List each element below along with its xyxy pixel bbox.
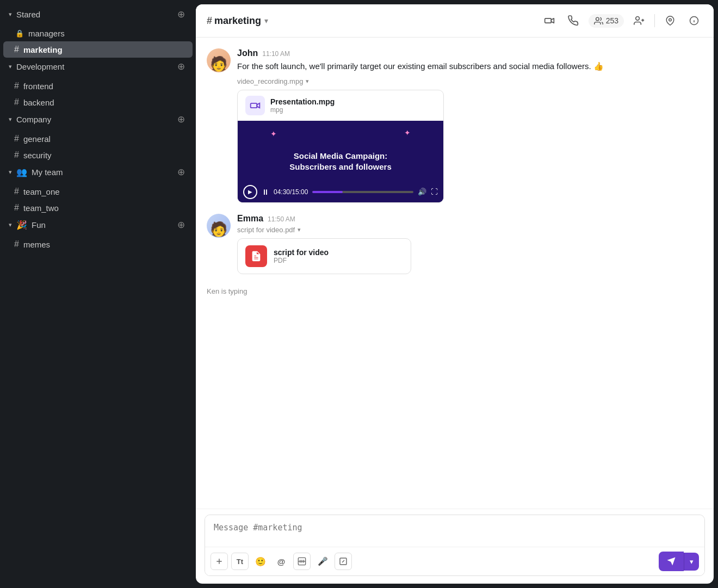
channel-dropdown-icon[interactable]: ▾ bbox=[264, 16, 268, 25]
typing-indicator: Ken is typing bbox=[207, 285, 703, 298]
pdf-attachment-label[interactable]: script for video.pdf ▾ bbox=[237, 226, 703, 234]
company-add-icon[interactable]: ⊕ bbox=[177, 114, 185, 125]
pdf-filetype: PDF bbox=[274, 257, 329, 264]
video-attachment-chevron-icon: ▾ bbox=[306, 78, 309, 85]
sidebar-item-security[interactable]: # security bbox=[3, 147, 193, 163]
sidebar-item-team-two[interactable]: # team_two bbox=[3, 200, 193, 216]
sidebar-item-managers[interactable]: 🔒 managers bbox=[3, 26, 193, 41]
send-dropdown-button[interactable]: ▾ bbox=[684, 553, 699, 571]
phone-call-button[interactable] bbox=[565, 12, 582, 29]
myteam-emoji-icon: 👥 bbox=[16, 167, 27, 177]
team-one-label: team_one bbox=[23, 187, 60, 196]
member-count-number: 253 bbox=[606, 16, 618, 25]
send-button[interactable] bbox=[659, 552, 684, 571]
sidebar-item-backend[interactable]: # backend bbox=[3, 94, 193, 110]
member-count-badge[interactable]: 253 bbox=[589, 14, 624, 28]
sparkle-left-icon: ✦ bbox=[270, 129, 277, 138]
video-card-header: Presentation.mpg mpg bbox=[238, 90, 443, 121]
svg-rect-0 bbox=[544, 18, 551, 23]
video-file-icon bbox=[245, 96, 265, 115]
video-call-button[interactable] bbox=[541, 12, 558, 29]
svg-marker-21 bbox=[667, 558, 676, 566]
pdf-filename: script for video bbox=[274, 248, 329, 257]
company-chevron-icon: ▾ bbox=[9, 116, 12, 123]
pin-button[interactable] bbox=[661, 12, 679, 29]
pdf-attachment-chevron-icon: ▾ bbox=[298, 226, 301, 233]
input-toolbar: Tt 🙂 @ 🎤 ▾ bbox=[205, 547, 704, 575]
mention-button[interactable]: @ bbox=[273, 553, 290, 570]
emma-message-header: Emma 11:50 AM bbox=[237, 214, 703, 224]
pdf-attachment-name: script for video.pdf bbox=[237, 226, 295, 234]
text-format-button[interactable]: Tt bbox=[231, 553, 249, 570]
memes-label: memes bbox=[23, 240, 50, 249]
microphone-button[interactable]: 🎤 bbox=[314, 553, 331, 570]
fullscreen-icon[interactable]: ⛶ bbox=[431, 188, 438, 196]
svg-point-6 bbox=[669, 18, 672, 21]
channel-title: # marketing bbox=[207, 15, 261, 27]
typing-text: Ken is typing bbox=[207, 287, 247, 295]
channel-name: marketing bbox=[214, 15, 261, 27]
video-attachment-label[interactable]: video_recording.mpg ▾ bbox=[237, 77, 703, 85]
memes-hash-icon: # bbox=[14, 239, 19, 249]
stared-section: ▾ Stared ⊕ bbox=[0, 5, 196, 23]
video-controls: ▶ ⏸ 04:30/15:00 🔊 ⛶ bbox=[238, 182, 443, 202]
slash-button[interactable] bbox=[335, 553, 352, 570]
managers-label: managers bbox=[28, 29, 65, 38]
marketing-hash-icon: # bbox=[14, 45, 19, 54]
marketing-label: marketing bbox=[23, 45, 63, 54]
svg-line-19 bbox=[342, 560, 344, 562]
company-header[interactable]: ▾ Company ⊕ bbox=[3, 110, 193, 128]
channel-hash-icon: # bbox=[207, 15, 212, 27]
emma-author: Emma bbox=[237, 214, 263, 224]
message-input[interactable] bbox=[205, 515, 704, 544]
volume-icon[interactable]: 🔊 bbox=[418, 188, 426, 196]
send-area: ▾ bbox=[659, 552, 699, 571]
total-time: 15:00 bbox=[292, 188, 308, 196]
company-section: ▾ Company ⊕ bbox=[0, 110, 196, 128]
svg-marker-10 bbox=[257, 103, 259, 107]
info-button[interactable] bbox=[685, 12, 703, 29]
video-card: Presentation.mpg mpg ✦ ✦ Social Media Ca… bbox=[237, 90, 444, 203]
sidebar-item-memes[interactable]: # memes bbox=[3, 236, 193, 252]
stared-label: Stared bbox=[16, 10, 40, 19]
sidebar-item-marketing[interactable]: # marketing bbox=[3, 41, 193, 58]
pause-button[interactable]: ⏸ bbox=[262, 188, 269, 196]
sidebar-item-frontend[interactable]: # frontend bbox=[3, 78, 193, 94]
john-message-text: For the soft launch, we'll primarily tar… bbox=[237, 60, 703, 73]
add-attachment-button[interactable] bbox=[211, 553, 228, 570]
john-time: 11:10 AM bbox=[262, 50, 290, 58]
myteam-add-icon[interactable]: ⊕ bbox=[177, 166, 185, 178]
add-member-button[interactable] bbox=[630, 12, 648, 29]
stared-header[interactable]: ▾ Stared ⊕ bbox=[3, 5, 193, 23]
myteam-header[interactable]: ▾ 👥 My team ⊕ bbox=[3, 163, 193, 181]
sidebar-item-team-one[interactable]: # team_one bbox=[3, 183, 193, 200]
pdf-file-info: script for video PDF bbox=[274, 248, 329, 264]
play-button[interactable]: ▶ bbox=[243, 185, 257, 199]
lock-icon: 🔒 bbox=[15, 29, 24, 38]
time-display: 04:30/15:00 bbox=[274, 188, 308, 196]
fun-add-icon[interactable]: ⊕ bbox=[177, 219, 185, 231]
stared-chevron-icon: ▾ bbox=[9, 11, 12, 18]
general-label: general bbox=[23, 134, 51, 144]
fun-header[interactable]: ▾ 🎉 Fun ⊕ bbox=[3, 216, 193, 234]
sidebar-item-general[interactable]: # general bbox=[3, 131, 193, 147]
backend-hash-icon: # bbox=[14, 97, 19, 107]
fun-label: Fun bbox=[32, 220, 46, 230]
current-time: 04:30 bbox=[274, 188, 290, 196]
message-emma: 🧑 Emma 11:50 AM script for video.pdf ▾ bbox=[207, 214, 703, 274]
emma-message-content: Emma 11:50 AM script for video.pdf ▾ sc bbox=[237, 214, 703, 274]
stared-add-icon[interactable]: ⊕ bbox=[177, 9, 185, 20]
myteam-chevron-icon: ▾ bbox=[9, 169, 12, 176]
chat-header-left: # marketing ▾ bbox=[207, 15, 268, 27]
chat-panel: # marketing ▾ 253 bbox=[196, 4, 714, 584]
video-filename: Presentation.mpg bbox=[270, 97, 335, 106]
development-header[interactable]: ▾ Development ⊕ bbox=[3, 58, 193, 76]
progress-bar[interactable] bbox=[312, 191, 413, 193]
frontend-label: frontend bbox=[23, 82, 53, 91]
video-preview: ✦ ✦ Social Media Campaign:Subscribers an… bbox=[238, 121, 443, 202]
svg-marker-1 bbox=[551, 18, 554, 23]
svg-rect-9 bbox=[251, 103, 257, 107]
gif-button[interactable] bbox=[293, 553, 311, 570]
development-add-icon[interactable]: ⊕ bbox=[177, 61, 185, 72]
emoji-button[interactable]: 🙂 bbox=[252, 553, 269, 570]
